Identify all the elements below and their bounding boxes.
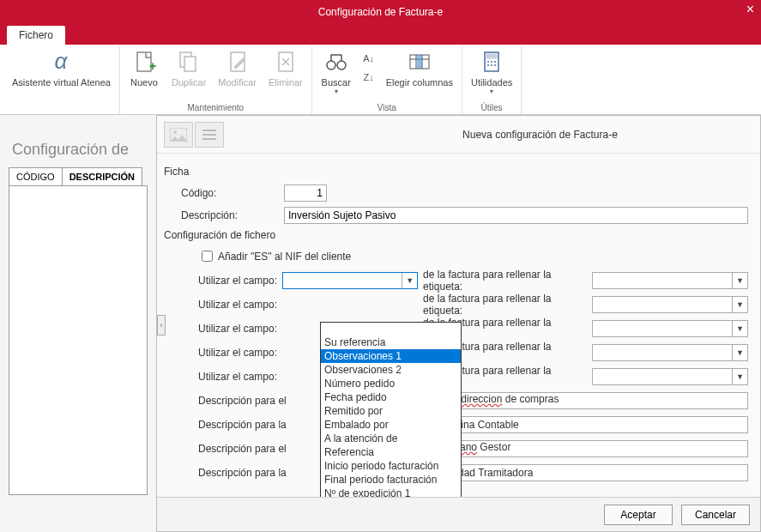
delete-button[interactable]: Eliminar	[265, 46, 306, 89]
label-codigo: Código:	[181, 187, 284, 199]
ribbon-group-label-utils: Útiles	[481, 103, 503, 114]
chevron-down-icon[interactable]: ▼	[732, 321, 747, 336]
ribbon-group-label-view: Vista	[377, 103, 396, 114]
use-field-label: Utilizar el campo:	[198, 323, 282, 335]
descripcion-input[interactable]	[284, 207, 748, 224]
background-panel: Configuración de CÓDIGO DESCRIPCIÓN	[0, 118, 156, 502]
cancel-button[interactable]: Cancelar	[681, 505, 750, 525]
new-doc-icon: +	[130, 48, 158, 76]
chevron-down-icon: ▾	[335, 88, 338, 95]
desc-input-2[interactable]	[438, 416, 748, 433]
tab-fichero[interactable]: Fichero	[7, 26, 65, 45]
desc-input-1[interactable]: Subdireccion de compras	[438, 392, 748, 409]
header-list-icon[interactable]	[195, 122, 224, 148]
source-combo-1[interactable]: ▼	[282, 272, 418, 289]
sort-az-button[interactable]: A↓	[360, 50, 377, 67]
chevron-down-icon[interactable]: ▼	[732, 273, 747, 288]
ribbon-group-assistant: α Asistente virtual Atenea	[3, 46, 120, 114]
duplicate-button[interactable]: Duplicar	[168, 46, 209, 89]
collapse-handle[interactable]: ›	[157, 315, 166, 336]
dropdown-option[interactable]: Su referencia	[321, 336, 461, 349]
svg-rect-15	[486, 54, 497, 58]
dialog-header: Nueva configuración de Factura-e	[157, 116, 760, 154]
svg-point-23	[173, 130, 177, 134]
dropdown-option[interactable]: Observaciones 1	[321, 349, 461, 363]
ribbon-group-view: Buscar ▾ A↓ Z↓ Elegir columnas Vista	[312, 46, 462, 114]
utilities-button[interactable]: Utilidades ▾	[468, 46, 516, 97]
ribbon-group-label-maint: Mantenimiento	[188, 103, 245, 114]
alpha-icon: α	[47, 48, 75, 76]
sort-za-button[interactable]: Z↓	[360, 69, 377, 86]
bg-tabs: CÓDIGO DESCRIPCIÓN	[9, 167, 148, 186]
target-combo-2[interactable]: ▼	[592, 296, 748, 313]
binoculars-icon	[323, 48, 350, 76]
header-image-icon[interactable]	[164, 122, 193, 148]
fill-label: de la factura para rellenar la etiqueta:	[418, 293, 592, 317]
main-area: Configuración de CÓDIGO DESCRIPCIÓN Nuev…	[0, 115, 761, 532]
chevron-down-icon[interactable]: ▼	[732, 369, 747, 384]
svg-point-17	[491, 61, 492, 63]
ribbon: α Asistente virtual Atenea + Nuevo Dupli…	[0, 45, 761, 115]
new-button[interactable]: + Nuevo	[125, 46, 163, 89]
dropdown-option[interactable]: Remitido por	[321, 404, 461, 418]
svg-point-18	[494, 61, 496, 63]
bg-tab-descripcion[interactable]: DESCRIPCIÓN	[62, 167, 142, 185]
sort-az-icon: A↓	[363, 53, 374, 63]
use-field-label: Utilizar el campo:	[198, 347, 282, 359]
choose-columns-button[interactable]: Elegir columnas	[383, 46, 456, 89]
accept-button[interactable]: Aceptar	[604, 505, 673, 525]
chevron-down-icon: ▾	[490, 88, 493, 95]
dropdown-option[interactable]: Observaciones 2	[321, 363, 461, 377]
dropdown-option[interactable]: Referencia	[321, 445, 461, 459]
section-ficha: Ficha	[164, 166, 748, 178]
dialog-footer: Aceptar Cancelar	[157, 497, 760, 531]
desc-input-4[interactable]	[438, 464, 748, 481]
window-title: Configuración de Factura-e	[318, 6, 443, 18]
dropdown-option[interactable]: Final periodo facturación	[321, 473, 461, 487]
assistant-button[interactable]: α Asistente virtual Atenea	[9, 46, 114, 89]
target-combo-1[interactable]: ▼	[592, 272, 748, 289]
chevron-down-icon[interactable]: ▼	[732, 345, 747, 360]
svg-point-20	[491, 64, 492, 66]
ribbon-group-maintenance: + Nuevo Duplicar Modificar Eliminar Mant…	[120, 46, 312, 114]
chevron-down-icon[interactable]: ▼	[732, 297, 747, 312]
ribbon-group-utils: Utilidades ▾ Útiles	[462, 46, 522, 114]
svg-point-8	[337, 61, 346, 70]
window-titlebar: Configuración de Factura-e ×	[0, 0, 761, 24]
target-combo-3[interactable]: ▼	[592, 320, 748, 337]
dropdown-option[interactable]: Nº de expedición 1	[321, 487, 461, 497]
chevron-down-icon[interactable]: ▼	[402, 273, 417, 288]
find-button[interactable]: Buscar ▾	[317, 46, 355, 97]
bg-list[interactable]	[9, 186, 148, 495]
svg-point-16	[487, 61, 489, 63]
tabstrip: Fichero	[0, 24, 761, 45]
bg-panel-title: Configuración de	[12, 141, 148, 159]
dialog-title: Nueva configuración de Factura-e	[327, 129, 753, 141]
dropdown-option[interactable]: Inicio periodo facturación	[321, 459, 461, 473]
target-combo-5[interactable]: ▼	[592, 368, 748, 385]
dropdown-option[interactable]: Número pedido	[321, 377, 461, 390]
dropdown-option[interactable]	[321, 323, 461, 336]
dropdown-option[interactable]: A la atención de	[321, 432, 461, 445]
svg-rect-13	[417, 55, 422, 69]
close-icon[interactable]: ×	[746, 2, 754, 17]
svg-point-7	[327, 61, 335, 70]
svg-rect-4	[184, 57, 196, 71]
dropdown-option[interactable]: Embalado por	[321, 418, 461, 432]
codigo-input[interactable]	[284, 184, 327, 202]
section-config: Configuración de fichero	[164, 229, 748, 241]
sort-za-icon: Z↓	[364, 72, 374, 82]
fill-label: de la factura para rellenar la etiqueta:	[418, 269, 592, 293]
use-field-label: Utilizar el campo:	[198, 299, 282, 311]
calculator-icon	[478, 48, 505, 76]
dropdown-option[interactable]: Fecha pedido	[321, 390, 461, 404]
target-combo-4[interactable]: ▼	[592, 344, 748, 361]
es-nif-checkbox[interactable]	[202, 251, 213, 262]
dropdown-panel[interactable]: Su referenciaObservaciones 1Observacione…	[320, 322, 462, 497]
svg-point-19	[487, 64, 489, 66]
svg-point-21	[494, 64, 496, 66]
desc-input-3[interactable]: Organo Gestor	[438, 440, 748, 457]
es-nif-label: Añadir "ES" al NIF del cliente	[218, 251, 351, 263]
modify-button[interactable]: Modificar	[214, 46, 260, 89]
bg-tab-codigo[interactable]: CÓDIGO	[9, 167, 63, 185]
